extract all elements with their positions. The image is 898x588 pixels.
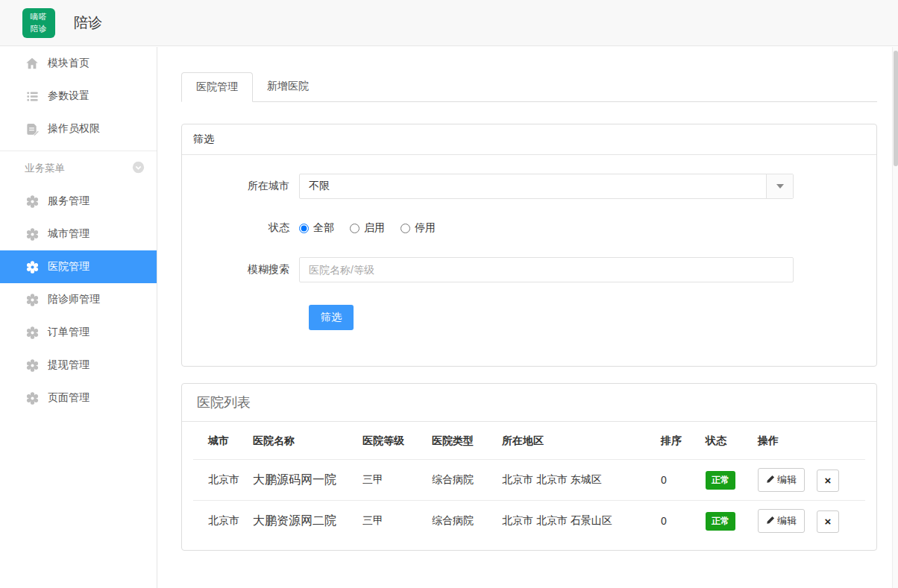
- tab-add-hospital[interactable]: 新增医院: [253, 72, 323, 101]
- sidebar-item-city-management[interactable]: 城市管理: [0, 218, 157, 250]
- cell-city: 北京市: [193, 501, 253, 542]
- cell-city: 北京市: [193, 460, 253, 501]
- status-option-label: 停用: [415, 221, 436, 235]
- cell-area: 北京市 北京市 东城区: [502, 460, 661, 501]
- status-option-enabled[interactable]: 启用: [350, 221, 385, 235]
- status-radio-disabled[interactable]: [401, 224, 410, 233]
- tab-hospital-management[interactable]: 医院管理: [181, 72, 253, 102]
- status-option-disabled[interactable]: 停用: [401, 221, 436, 235]
- scrollbar-thumb[interactable]: [894, 51, 898, 166]
- cell-grade: 三甲: [362, 460, 432, 501]
- delete-button[interactable]: ×: [817, 470, 839, 492]
- edit-button-label: 编辑: [777, 473, 797, 487]
- document-edit-icon: [25, 121, 40, 136]
- cell-type: 综合病院: [432, 501, 502, 542]
- sidebar-item-page-management[interactable]: 页面管理: [0, 382, 157, 414]
- sidebar-item-label: 医院管理: [48, 260, 90, 274]
- table-row: 北京市 大鹏源码网一院 三甲 综合病院 北京市 北京市 东城区 0 正常 编辑 …: [193, 460, 865, 501]
- app-title: 陪诊: [74, 13, 102, 33]
- filter-panel-title: 筛选: [182, 124, 876, 155]
- home-icon: [25, 56, 40, 71]
- cell-type: 综合病院: [432, 460, 502, 501]
- vertical-scrollbar[interactable]: [892, 47, 898, 588]
- tab-bar: 医院管理 新增医院: [181, 72, 877, 102]
- table-row: 北京市 大鹏资源网二院 三甲 综合病院 北京市 北京市 石景山区 0 正常 编辑…: [193, 501, 865, 542]
- sidebar-item-label: 服务管理: [48, 195, 90, 208]
- gear-icon: [25, 259, 40, 274]
- gear-icon: [25, 227, 40, 241]
- edit-button-label: 编辑: [777, 514, 797, 528]
- sidebar-section-label: 业务菜单: [25, 162, 65, 175]
- main-content: 医院管理 新增医院 筛选 所在城市 不限 状态: [157, 47, 892, 588]
- col-hospital-grade: 医院等级: [362, 422, 432, 460]
- sidebar: 模块首页 参数设置 操作员权限 业务菜单 服务管理 城市管理 医院管理 陪诊师管…: [0, 47, 157, 588]
- status-radio-all[interactable]: [299, 224, 309, 233]
- pencil-icon: [766, 475, 775, 486]
- cell-sort: 0: [661, 460, 706, 501]
- cell-hospital-name: 大鹏源码网一院: [253, 460, 362, 501]
- cell-area: 北京市 北京市 石景山区: [502, 501, 661, 542]
- status-option-all[interactable]: 全部: [299, 221, 334, 235]
- sidebar-item-label: 提现管理: [48, 358, 90, 372]
- status-radio-group: 全部 启用 停用: [299, 221, 794, 235]
- sidebar-item-service-management[interactable]: 服务管理: [0, 185, 157, 218]
- sidebar-item-label: 订单管理: [48, 326, 90, 339]
- app-logo-line2: 陪诊: [31, 23, 48, 35]
- filter-submit-button[interactable]: 筛选: [309, 305, 354, 330]
- sidebar-item-module-home[interactable]: 模块首页: [0, 47, 157, 80]
- col-city: 城市: [193, 422, 253, 460]
- gear-icon: [25, 194, 40, 209]
- pencil-icon: [766, 516, 775, 527]
- sidebar-item-order-management[interactable]: 订单管理: [0, 316, 157, 349]
- col-sort: 排序: [661, 422, 706, 460]
- city-select[interactable]: 不限: [299, 174, 794, 199]
- hospital-table: 城市 医院名称 医院等级 医院类型 所在地区 排序 状态 操作 北京市: [193, 422, 865, 541]
- edit-button[interactable]: 编辑: [758, 468, 805, 492]
- sidebar-item-label: 操作员权限: [48, 122, 100, 136]
- app-logo: 嘀嗒 陪诊: [22, 8, 55, 38]
- fuzzy-search-input[interactable]: [299, 257, 794, 282]
- col-area: 所在地区: [502, 422, 661, 460]
- col-hospital-type: 医院类型: [432, 422, 502, 460]
- sidebar-item-escort-management[interactable]: 陪诊师管理: [0, 283, 157, 316]
- chevron-down-icon[interactable]: [766, 174, 793, 198]
- top-bar: 嘀嗒 陪诊 陪诊: [0, 0, 898, 46]
- sidebar-item-label: 陪诊师管理: [48, 293, 100, 306]
- sidebar-item-label: 城市管理: [48, 227, 90, 241]
- col-status: 状态: [706, 422, 758, 460]
- status-badge: 正常: [706, 471, 735, 490]
- sidebar-item-withdrawal-management[interactable]: 提现管理: [0, 349, 157, 382]
- city-label: 所在城市: [182, 180, 299, 193]
- table-header-row: 城市 医院名称 医院等级 医院类型 所在地区 排序 状态 操作: [193, 422, 865, 460]
- hospital-list-title: 医院列表: [182, 384, 876, 422]
- sidebar-item-label: 参数设置: [48, 89, 90, 103]
- sidebar-item-label: 模块首页: [48, 57, 90, 70]
- status-radio-enabled[interactable]: [350, 224, 359, 233]
- gear-icon: [25, 358, 40, 373]
- hospital-list-panel: 医院列表 城市 医院名称 医院等级 医院类型 所在地区: [181, 383, 877, 551]
- filter-panel: 筛选 所在城市 不限 状态 全部: [181, 124, 877, 367]
- col-hospital-name: 医院名称: [253, 422, 362, 460]
- gear-icon: [25, 391, 40, 405]
- delete-button[interactable]: ×: [817, 510, 839, 533]
- city-select-value: 不限: [300, 180, 330, 193]
- sidebar-item-label: 页面管理: [48, 391, 90, 405]
- sidebar-item-hospital-management[interactable]: 医院管理: [0, 250, 157, 283]
- status-option-label: 启用: [364, 221, 385, 235]
- status-label: 状态: [182, 221, 299, 235]
- fuzzy-search-label: 模糊搜索: [182, 263, 299, 276]
- cell-hospital-name: 大鹏资源网二院: [253, 501, 362, 542]
- cell-grade: 三甲: [362, 501, 432, 542]
- cell-sort: 0: [661, 501, 706, 542]
- sidebar-item-operator-permissions[interactable]: 操作员权限: [0, 113, 157, 145]
- gear-icon: [25, 292, 40, 307]
- status-option-label: 全部: [313, 221, 334, 235]
- gear-icon: [25, 325, 40, 340]
- edit-button[interactable]: 编辑: [758, 509, 805, 533]
- col-actions: 操作: [758, 422, 865, 460]
- list-icon: [25, 89, 40, 104]
- sidebar-section-business-menu[interactable]: 业务菜单: [0, 151, 157, 185]
- sidebar-item-parameter-settings[interactable]: 参数设置: [0, 80, 157, 113]
- chevron-down-circle-icon: [132, 161, 145, 176]
- app-logo-line1: 嘀嗒: [31, 11, 48, 23]
